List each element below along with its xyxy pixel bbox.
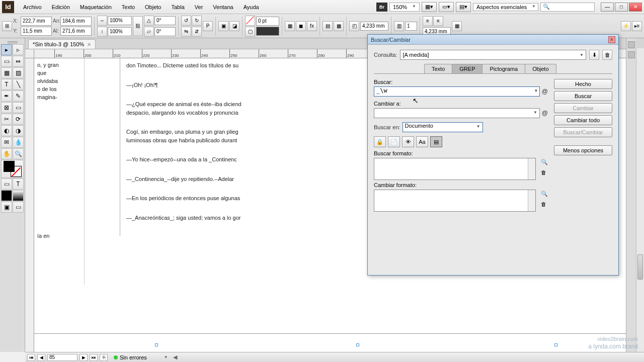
search-in-select[interactable]: Documento bbox=[403, 122, 483, 132]
change-format-box[interactable] bbox=[374, 190, 536, 212]
query-select[interactable]: [A medida] bbox=[400, 50, 586, 60]
tab-objeto[interactable]: Objeto bbox=[525, 64, 556, 73]
type-tool[interactable]: T bbox=[1, 79, 12, 90]
menu-ayuda[interactable]: Ayuda bbox=[238, 2, 264, 12]
find-button[interactable]: Buscar bbox=[554, 91, 612, 101]
select-container-icon[interactable]: ▣ bbox=[218, 21, 228, 31]
stroke-style-input[interactable] bbox=[256, 27, 279, 36]
hand-tool[interactable]: ✋ bbox=[1, 148, 12, 159]
gradient-swatch-tool[interactable]: ◐ bbox=[1, 125, 12, 136]
rectangle-tool[interactable]: ▭ bbox=[13, 102, 24, 113]
paragraph-icon[interactable]: P bbox=[203, 21, 213, 31]
zoom-tool[interactable]: 🔍 bbox=[13, 148, 24, 159]
menu-maquetacion[interactable]: Maquetación bbox=[75, 2, 117, 12]
change-all-button[interactable]: Cambiar todo bbox=[554, 115, 612, 125]
constrain-icon[interactable]: ⛓ bbox=[133, 16, 143, 36]
tab-pictograma[interactable]: Pictograma bbox=[482, 64, 525, 73]
frame-options-icon[interactable]: ▦ bbox=[452, 21, 462, 31]
document-tab[interactable]: *Sin título-3 @ 150% ✕ bbox=[28, 39, 96, 49]
panel-icon[interactable] bbox=[628, 51, 635, 58]
hidden-layers-icon[interactable]: 👁 bbox=[402, 136, 414, 147]
free-transform-tool[interactable]: ⟳ bbox=[13, 114, 24, 125]
scale-x-input[interactable]: 100% bbox=[108, 16, 132, 25]
pencil-tool[interactable]: ✎ bbox=[13, 90, 24, 102]
clear-find-format-icon[interactable]: 🗑 bbox=[541, 169, 548, 175]
rotate-input[interactable]: 0° bbox=[154, 16, 176, 25]
vertical-ruler[interactable] bbox=[25, 58, 34, 352]
normal-view-icon[interactable]: ▣ bbox=[1, 202, 12, 213]
apply-gradient-icon[interactable] bbox=[13, 190, 24, 201]
gradient-feather-tool[interactable]: ◑ bbox=[13, 125, 24, 136]
scale-y-input[interactable]: 100% bbox=[108, 27, 132, 36]
apply-color-icon[interactable]: ▭ bbox=[1, 178, 12, 190]
line-tool[interactable]: ╲ bbox=[13, 79, 24, 90]
x-position-input[interactable]: 222,7 mm bbox=[21, 17, 52, 26]
selection-tool[interactable]: ▸ bbox=[1, 44, 12, 55]
corner-radius-input[interactable]: 4,233 mm bbox=[360, 22, 388, 31]
menu-ver[interactable]: Ver bbox=[190, 2, 208, 12]
rectangle-frame-tool[interactable]: ⊠ bbox=[1, 102, 12, 113]
menu-ventana[interactable]: Ventana bbox=[208, 2, 238, 12]
flip-v-icon[interactable]: ⇵ bbox=[192, 27, 202, 37]
y-position-input[interactable]: 11,5 mm bbox=[21, 27, 52, 36]
stroke-weight-input[interactable]: 0 pt bbox=[256, 17, 279, 26]
fewer-options-button[interactable]: Menos opciones bbox=[554, 145, 612, 155]
color-swatches[interactable] bbox=[1, 160, 24, 178]
find-change-button[interactable]: Buscar/Cambiar bbox=[554, 127, 612, 137]
tab-grep[interactable]: GREP bbox=[452, 64, 482, 73]
panel-menu-icon[interactable]: ▸≡ bbox=[632, 21, 642, 31]
close-button[interactable]: ✕ bbox=[629, 3, 642, 12]
rotate-cw-icon[interactable]: ↻ bbox=[192, 16, 202, 26]
next-page-icon[interactable]: ▶ bbox=[79, 354, 88, 361]
maximize-button[interactable]: □ bbox=[615, 3, 628, 12]
vertical-scrollbar[interactable] bbox=[636, 48, 644, 352]
first-page-icon[interactable]: ⏮ bbox=[27, 354, 35, 361]
align-middle-icon[interactable]: ≡ bbox=[433, 16, 443, 26]
width-input[interactable]: 184,6 mm bbox=[60, 17, 92, 26]
effects-icon[interactable]: ▦ bbox=[285, 21, 295, 31]
special-chars-change-icon[interactable]: @ bbox=[542, 110, 548, 117]
fx-icon[interactable]: fx bbox=[307, 21, 317, 31]
menu-texto[interactable]: Texto bbox=[117, 2, 140, 12]
delete-query-icon[interactable]: 🗑 bbox=[602, 50, 612, 60]
change-input[interactable] bbox=[374, 108, 540, 118]
find-format-box[interactable] bbox=[374, 158, 536, 180]
eyedropper-tool[interactable]: 💧 bbox=[13, 137, 24, 148]
rotate-ccw-icon[interactable]: ↺ bbox=[181, 16, 191, 26]
align-top-icon[interactable]: ≡ bbox=[423, 16, 433, 26]
screen-mode-icon[interactable]: ▭▾ bbox=[439, 2, 454, 12]
columns-input[interactable]: 1 bbox=[405, 22, 417, 31]
minimize-button[interactable]: — bbox=[601, 3, 614, 12]
search-input[interactable]: 🔍 bbox=[540, 3, 595, 12]
flip-h-icon[interactable]: ⇋ bbox=[181, 27, 191, 37]
specify-find-format-icon[interactable]: 🔍 bbox=[541, 159, 548, 165]
dialog-titlebar[interactable]: Buscar/Cambiar ✕ bbox=[368, 35, 618, 45]
right-panels[interactable] bbox=[626, 38, 636, 352]
clear-change-format-icon[interactable]: 🗑 bbox=[541, 201, 548, 207]
page-tool[interactable]: ▭ bbox=[1, 56, 12, 67]
zoom-level[interactable]: 150%▼ bbox=[389, 3, 420, 12]
menu-tabla[interactable]: Tabla bbox=[166, 2, 189, 12]
bridge-icon[interactable]: Br bbox=[376, 3, 387, 12]
gap-tool[interactable]: ⇔ bbox=[13, 56, 24, 67]
save-query-icon[interactable]: ⬇ bbox=[589, 50, 599, 60]
panel-icon[interactable] bbox=[628, 41, 635, 48]
change-button[interactable]: Cambiar bbox=[554, 103, 612, 113]
shear-input[interactable]: 0° bbox=[154, 27, 176, 36]
content-collector-tool[interactable]: ▦ bbox=[1, 67, 12, 78]
find-input[interactable]: _\w bbox=[374, 86, 540, 97]
preview-view-icon[interactable]: ▭ bbox=[13, 202, 24, 213]
selection-handles[interactable] bbox=[155, 345, 557, 351]
quick-apply-icon[interactable]: ⚡ bbox=[621, 21, 631, 31]
ruler-origin[interactable] bbox=[25, 49, 34, 58]
wrap-none-icon[interactable]: ▤ bbox=[323, 21, 333, 31]
scrollbar-thumb[interactable] bbox=[637, 254, 643, 280]
fill-icon[interactable] bbox=[245, 16, 255, 26]
pen-tool[interactable]: ✒ bbox=[1, 90, 12, 102]
specify-change-format-icon[interactable]: 🔍 bbox=[541, 191, 548, 197]
reference-point-icon[interactable]: ⊞ bbox=[2, 21, 12, 31]
close-tab-icon[interactable]: ✕ bbox=[87, 42, 91, 47]
master-pages-icon[interactable]: Aa bbox=[416, 136, 428, 147]
scissors-tool[interactable]: ✂ bbox=[1, 114, 12, 125]
content-placer-tool[interactable]: ▨ bbox=[13, 67, 24, 78]
